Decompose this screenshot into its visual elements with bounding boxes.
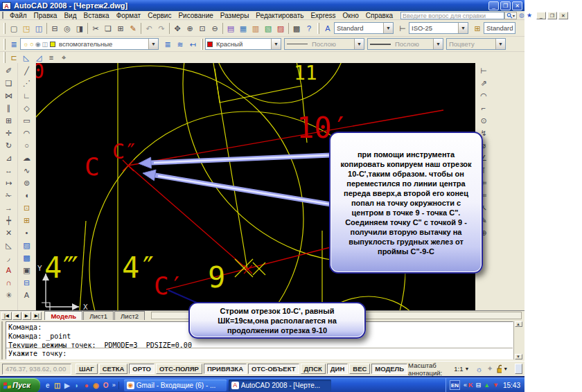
- move-icon[interactable]: ✛: [3, 127, 15, 139]
- traffic-down-icon[interactable]: ▼: [493, 382, 499, 389]
- plot-icon[interactable]: ⊟: [48, 22, 61, 35]
- toolbar-grip[interactable]: [3, 23, 6, 34]
- polygon-icon[interactable]: ◇: [21, 102, 33, 114]
- sheet-set-manager-icon[interactable]: ▧: [262, 22, 274, 35]
- hatch-icon[interactable]: ▨: [21, 239, 33, 251]
- rotate-icon[interactable]: ↻: [3, 139, 15, 152]
- markup-set-manager-icon[interactable]: ▨: [274, 22, 287, 35]
- communication-center-icon[interactable]: ◍: [519, 12, 524, 19]
- layer-combo[interactable]: ☼○◉◫ вспомогательные ▼: [20, 38, 159, 50]
- annotation-visibility-icon[interactable]: ☼: [475, 365, 482, 373]
- ellipse-arc-icon[interactable]: ◖: [21, 189, 33, 202]
- toggle-ДПСК[interactable]: ДПСК: [301, 364, 326, 374]
- quick-launch-overflow-icon[interactable]: »: [112, 382, 116, 389]
- area-icon[interactable]: ◺: [20, 51, 33, 64]
- polyline-icon[interactable]: ∟: [21, 89, 33, 102]
- quick-calc-icon[interactable]: ▩: [290, 22, 303, 35]
- taskbar-task[interactable]: AAutoCAD 2008 - [Черте...: [229, 380, 331, 391]
- toggle-ПРИВЯЗКА[interactable]: ПРИВЯЗКА: [204, 364, 247, 374]
- doc-close-button[interactable]: ✕: [558, 12, 568, 19]
- plot-style-combo[interactable]: Поцвету ▼: [446, 38, 506, 50]
- pan-realtime-icon[interactable]: ✥: [171, 22, 184, 35]
- tab-Лист1[interactable]: Лист1: [83, 311, 114, 320]
- spell-check-icon[interactable]: A: [3, 264, 15, 276]
- taskbar-task[interactable]: ◉Gmail - Входящие (6) - ...: [124, 380, 227, 391]
- text-style-icon[interactable]: A: [321, 22, 334, 35]
- language-indicator[interactable]: EN: [450, 380, 460, 390]
- dim-radius-icon[interactable]: ⊙: [477, 114, 490, 127]
- ellipse-icon[interactable]: ⊜: [21, 177, 33, 189]
- toolbar-lock-icon[interactable]: [497, 364, 502, 373]
- id-point-icon[interactable]: ⌖: [58, 51, 70, 64]
- line-icon[interactable]: ╱: [21, 64, 33, 77]
- dim-ordinate-icon[interactable]: ⌐: [477, 102, 490, 114]
- menu-Файл[interactable]: Файл: [6, 12, 30, 19]
- multiline-text-icon[interactable]: A: [21, 289, 33, 301]
- plot-preview-icon[interactable]: ◎: [61, 22, 73, 35]
- revision-cloud-icon[interactable]: ☁: [21, 152, 33, 164]
- tab-prev-icon[interactable]: ◀: [12, 312, 21, 320]
- menu-Размеры[interactable]: Размеры: [217, 12, 253, 19]
- open-file-icon[interactable]: ◳: [20, 22, 33, 35]
- stretch-icon[interactable]: ↔: [3, 164, 15, 177]
- dim-aligned-icon[interactable]: ⇗: [477, 77, 490, 89]
- text-style-combo[interactable]: Standard ▼: [334, 22, 394, 34]
- media-player-icon[interactable]: ▶: [62, 382, 72, 389]
- traffic-up-icon[interactable]: ▲: [484, 382, 490, 389]
- command-prompt[interactable]: Укажите точку:: [6, 348, 513, 359]
- chamfer-icon[interactable]: ◺: [3, 239, 15, 251]
- minimize-button[interactable]: _: [488, 1, 499, 10]
- gradient-icon[interactable]: ▩: [21, 251, 33, 264]
- trim-icon[interactable]: ✁: [3, 189, 15, 202]
- circle-icon[interactable]: ○: [21, 139, 33, 152]
- publish-icon[interactable]: ◨: [73, 22, 86, 35]
- layer-previous-icon[interactable]: ↤: [186, 38, 199, 51]
- tab-first-icon[interactable]: |◀: [1, 312, 12, 320]
- break-at-point-icon[interactable]: ┿: [3, 214, 15, 226]
- make-block-icon[interactable]: ⊞: [21, 214, 33, 226]
- toggle-ВЕС[interactable]: ВЕС: [349, 364, 370, 374]
- annotation-autoscale-icon[interactable]: ✦: [486, 364, 493, 373]
- fillet-icon[interactable]: ◞: [3, 251, 15, 264]
- paste-clip-icon[interactable]: ⊞: [114, 22, 127, 35]
- toolbar-grip[interactable]: [3, 39, 6, 50]
- help-search-input[interactable]: Введите вопрос для справки: [400, 12, 504, 19]
- table-style-combo[interactable]: Standard: [484, 22, 515, 34]
- toggle-ДИН[interactable]: ДИН: [327, 364, 348, 374]
- table-style-icon[interactable]: ⊞: [471, 22, 484, 35]
- color-combo[interactable]: Красный ▼: [205, 38, 281, 50]
- tab-Лист2[interactable]: Лист2: [114, 311, 145, 320]
- menu-Вставка[interactable]: Вставка: [80, 12, 112, 19]
- copy-object-icon[interactable]: ❏: [3, 77, 15, 89]
- array-icon[interactable]: ⊞: [3, 114, 15, 127]
- menu-Вид[interactable]: Вид: [60, 12, 80, 19]
- firefox-icon[interactable]: ◉: [91, 382, 101, 389]
- search-icon[interactable]: ▾: [504, 12, 517, 19]
- point-icon[interactable]: •: [21, 226, 33, 239]
- menu-Правка[interactable]: Правка: [30, 12, 61, 19]
- opera-icon[interactable]: O: [101, 382, 111, 389]
- dim-linear-icon[interactable]: ⊢: [477, 64, 490, 77]
- zoom-window-icon[interactable]: ⊡: [196, 22, 209, 35]
- rectangle-icon[interactable]: ▭: [21, 114, 33, 127]
- messenger-icon[interactable]: ◗: [72, 382, 82, 389]
- arc-icon[interactable]: ◠: [21, 127, 33, 139]
- menu-Рисование[interactable]: Рисование: [175, 12, 216, 19]
- distance-icon[interactable]: ⊏: [8, 51, 20, 64]
- layer-properties-manager-icon[interactable]: ≣: [161, 38, 174, 51]
- menu-Окно[interactable]: Окно: [340, 12, 362, 19]
- design-center-icon[interactable]: ▦: [237, 22, 249, 35]
- command-window-grip[interactable]: [1, 321, 4, 359]
- mass-properties-icon[interactable]: ◿: [33, 51, 45, 64]
- toggle-ШАГ[interactable]: ШАГ: [76, 364, 98, 374]
- maximize-button[interactable]: ❐: [500, 1, 511, 10]
- favorites-star-icon[interactable]: ★: [527, 12, 532, 19]
- chevron-down-icon[interactable]: ▼: [495, 39, 505, 49]
- linetype-combo[interactable]: Послою ▼: [284, 38, 364, 50]
- clean-screen-button[interactable]: [515, 364, 522, 374]
- toggle-МОДЕЛЬ[interactable]: МОДЕЛЬ: [371, 364, 407, 374]
- command-scrollbar[interactable]: ▲ ▼: [513, 321, 522, 359]
- start-button[interactable]: Пуск: [0, 378, 40, 392]
- chevron-down-icon[interactable]: ▼: [458, 23, 468, 33]
- doc-restore-button[interactable]: ❐: [547, 12, 557, 19]
